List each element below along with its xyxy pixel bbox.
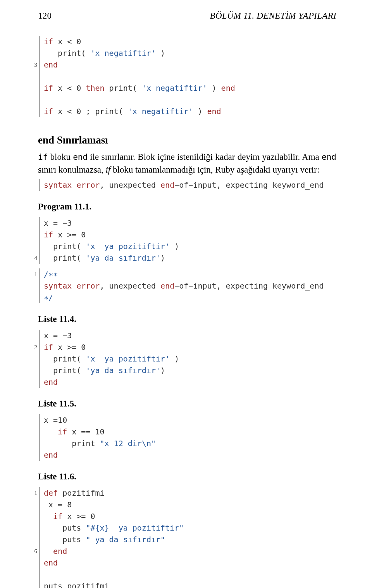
line-number	[28, 217, 37, 229]
code-keyword: if	[44, 342, 53, 352]
code-text: , unexpected	[100, 281, 161, 291]
code-string: " ya da sıfırdır"	[86, 535, 165, 544]
paragraph: if bloku end ile sınırlanır. Blok içine …	[38, 151, 336, 176]
code-string: "x 12 dir\n"	[100, 439, 156, 448]
line-number	[28, 580, 37, 588]
listing-heading-11-6: Liste 11.6.	[38, 472, 336, 482]
line-number	[28, 376, 37, 388]
line-number	[28, 105, 37, 117]
page-header: 120 BÖLÜM 11. DENETİM YAPILARI	[38, 11, 336, 21]
code-line: ∗/	[44, 292, 336, 303]
line-number-gutter: 3	[28, 36, 37, 117]
line-number	[28, 557, 37, 569]
body-text: ile sınırlanır. Blok içine istenildiği k…	[88, 152, 322, 162]
code-listing-error-output: 1 /∗∗ syntax error, unexpected end−of−in…	[40, 268, 336, 303]
code-text: −of−input, expecting keyword_end	[174, 281, 324, 291]
italic-text: if	[105, 165, 110, 175]
line-number: 1	[28, 487, 37, 499]
code-text: pozitifmi	[58, 488, 104, 498]
code-keyword: end	[160, 281, 174, 291]
code-line: end	[44, 557, 336, 569]
code-text: puts	[44, 535, 86, 544]
code-line: x =10	[44, 414, 336, 426]
code-text: x < 0	[53, 37, 81, 46]
code-line: print( 'x ya pozitiftir' )	[44, 353, 336, 365]
code-text: print	[44, 439, 100, 448]
code-listing-program-11-1: 4 x = −3 if x >= 0 print( 'x ya pozitift…	[40, 217, 336, 264]
code-text: )	[156, 48, 165, 58]
code-line: if x < 0	[44, 36, 336, 47]
code-string: "#{x} ya pozitiftir"	[86, 523, 184, 533]
code-listing-11-5: x =10 if x == 10 print "x 12 dir\n" end	[40, 414, 336, 461]
code-text: )	[207, 83, 221, 93]
line-number	[28, 280, 37, 292]
code-line: if x < 0 then print( 'x negatiftir' ) en…	[44, 82, 336, 94]
line-number	[28, 47, 37, 59]
code-keyword: end	[221, 83, 235, 93]
code-text: )	[193, 107, 207, 116]
body-text: sınırı konulmazsa,	[38, 165, 105, 175]
code-blank-line	[44, 569, 336, 580]
code-string: 'ya da sıfırdır'	[86, 366, 160, 375]
line-number	[28, 330, 37, 341]
line-number: 4	[28, 252, 37, 264]
code-line: puts pozitifmi	[44, 580, 336, 588]
code-line: x = 8	[44, 499, 336, 510]
code-text: , unexpected	[100, 180, 161, 190]
code-line: if x >= 0	[44, 510, 336, 522]
code-keyword: end	[160, 180, 174, 190]
code-blank-line	[44, 94, 336, 105]
line-number	[28, 36, 37, 47]
code-string: 'x ya pozitiftir'	[86, 242, 170, 251]
inline-code: if	[38, 152, 48, 162]
line-number	[28, 534, 37, 545]
code-text: x >= 0	[62, 512, 95, 521]
code-text: puts	[44, 523, 86, 533]
section-heading-end: end Sınırlaması	[38, 134, 336, 146]
code-line: print( 'x ya pozitiftir' )	[44, 240, 336, 252]
code-keyword: if	[44, 83, 53, 93]
line-number-gutter: 4	[28, 217, 37, 264]
code-keyword: if	[44, 107, 53, 116]
code-keyword: end	[207, 107, 221, 116]
line-number-gutter: 2	[28, 330, 37, 388]
code-string: 'ya da sıfırdır'	[86, 253, 160, 263]
listing-heading-11-5: Liste 11.5.	[38, 399, 336, 409]
code-text: x >= 0	[53, 342, 86, 352]
line-number	[28, 229, 37, 240]
code-listing-11-6: 1 6 def pozitifmi x = 8 if x >= 0 puts "…	[40, 487, 336, 588]
code-text: print(	[44, 253, 86, 263]
code-string: 'x ya pozitiftir'	[86, 354, 170, 363]
code-line: if x >= 0	[44, 229, 336, 240]
line-number	[28, 292, 37, 303]
listing-heading-11-4: Liste 11.4.	[38, 314, 336, 324]
code-text: print(	[105, 83, 142, 93]
error-text: syntax error	[44, 180, 100, 190]
line-number: 3	[28, 59, 37, 71]
code-line: /∗∗	[44, 268, 336, 280]
body-text: bloku tamamlanmadığı için, Ruby aşağıdak…	[110, 165, 319, 175]
code-blank-line	[44, 71, 336, 82]
line-number-gutter: 1	[28, 268, 37, 303]
code-text: x < 0 ; print(	[53, 107, 128, 116]
inline-code: end	[73, 152, 88, 162]
page-number: 120	[38, 11, 52, 21]
code-keyword: end	[44, 60, 58, 69]
code-line: print( 'ya da sıfırdır')	[44, 252, 336, 264]
line-number	[28, 569, 37, 580]
code-keyword: if	[44, 512, 62, 521]
line-number	[28, 365, 37, 376]
inline-code: end	[322, 152, 336, 162]
line-number: 6	[28, 545, 37, 557]
code-listing-11-4: 2 x = −3 if x >= 0 print( 'x ya pozitift…	[40, 330, 336, 388]
error-text: syntax error	[44, 281, 100, 291]
code-text: )	[160, 253, 165, 263]
code-text: print(	[44, 48, 90, 58]
line-number	[28, 499, 37, 510]
code-keyword: if	[44, 230, 53, 239]
listing-heading-program-11-1: Program 11.1.	[38, 202, 336, 212]
code-line: if x == 10	[44, 426, 336, 438]
code-text: )	[170, 354, 179, 363]
code-line: print "x 12 dir\n"	[44, 438, 336, 449]
code-text: x >= 0	[53, 230, 86, 239]
